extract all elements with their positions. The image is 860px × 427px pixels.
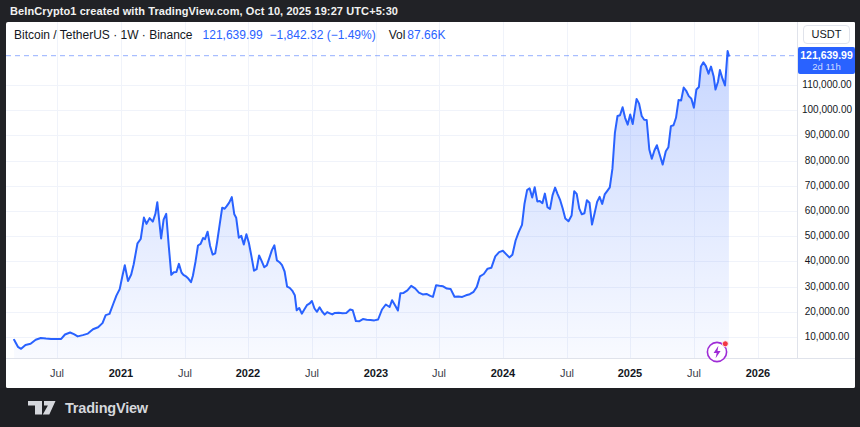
last-price-badge: 121,639.99 2d 11h [798,47,855,74]
price-tick-label: 100,000.00 [798,104,855,116]
price-tick-label: 10,000.00 [798,331,855,343]
tradingview-logo[interactable]: TradingView [28,400,148,416]
attribution-bar: BeInCrypto1 created with TradingView.com… [0,0,860,22]
price-scale-corner: USDT [797,22,855,48]
price-tick-label: 50,000.00 [798,230,855,242]
time-tick-label: 2025 [608,367,652,379]
lightning-icon [706,339,730,363]
time-tick-label: Jul [290,367,334,379]
time-tick-label: 2026 [736,367,780,379]
currency-toggle-button[interactable]: USDT [803,25,851,44]
tradingview-snapshot: BeInCrypto1 created with TradingView.com… [0,0,860,427]
badge-countdown: 2d 11h [798,61,855,72]
price-tick-label: 20,000.00 [798,306,855,318]
time-tick-label: 2021 [99,367,143,379]
chart-panel: Bitcoin / TetherUS · 1W · Binance 121,63… [6,22,855,388]
time-tick-label: Jul [417,367,461,379]
footer-bar: TradingView [0,388,860,427]
price-tick-label: 70,000.00 [798,180,855,192]
time-tick-label: 2023 [354,367,398,379]
tradingview-logo-icon [28,401,56,415]
price-tick-label: 60,000.00 [798,205,855,217]
volume-label: Vol [389,28,406,42]
symbol-title[interactable]: Bitcoin / TetherUS · 1W · Binance [14,28,193,42]
time-tick-label: Jul [35,367,79,379]
notification-dot [722,341,728,347]
area-chart-svg[interactable] [6,22,797,358]
time-tick-label: Jul [545,367,589,379]
chart-legend: Bitcoin / TetherUS · 1W · Binance 121,63… [14,27,445,43]
badge-price: 121,639.99 [798,49,855,61]
price-chart-pane[interactable] [6,22,797,358]
price-tick-label: 30,000.00 [798,281,855,293]
alerts-lightning-button[interactable] [706,339,730,363]
tradingview-logo-text: TradingView [65,400,148,416]
price-tick-label: 80,000.00 [798,155,855,167]
time-tick-label: 2024 [481,367,525,379]
price-change-value: −1,842.32 (−1.49%) [270,28,376,42]
price-tick-label: 40,000.00 [798,255,855,267]
price-tick-label: 90,000.00 [798,129,855,141]
time-tick-label: Jul [163,367,207,379]
time-tick-label: 2022 [226,367,270,379]
price-tick-label: 110,000.00 [798,79,855,91]
last-price-value: 121,639.99 [203,28,263,42]
time-tick-label: Jul [672,367,716,379]
volume-value: 87.66K [407,28,445,42]
attribution-text: BeInCrypto1 created with TradingView.com… [10,5,398,17]
